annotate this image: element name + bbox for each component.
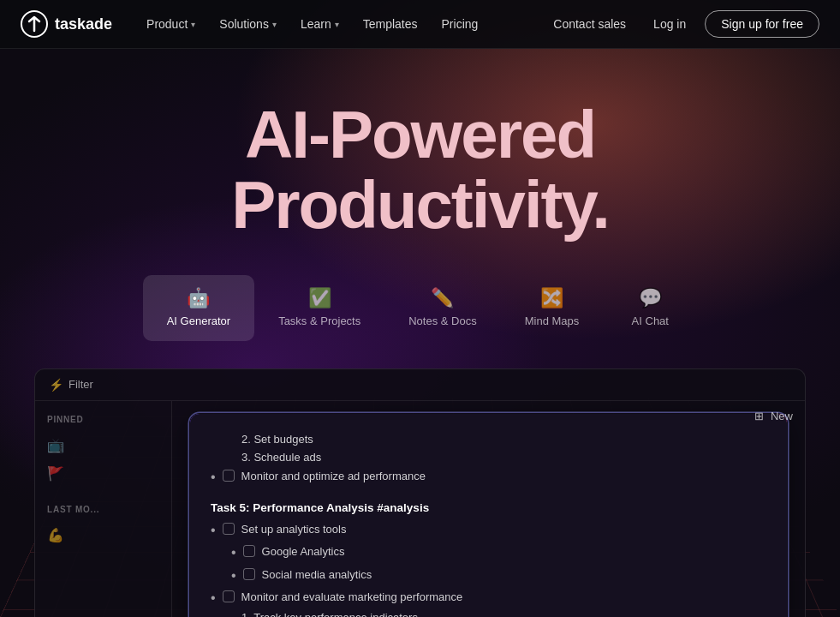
bullet-dot-5: •: [211, 589, 216, 608]
nav-pricing-label: Pricing: [442, 17, 479, 31]
tab-ai-chat[interactable]: 💬 AI Chat: [603, 275, 697, 341]
tab-notes-docs[interactable]: ✏️ Notes & Docs: [384, 275, 500, 341]
mind-maps-icon: 🔀: [540, 289, 563, 308]
sidebar-pinned-label: PINNED: [35, 411, 171, 431]
tasks-projects-icon: ✅: [308, 289, 331, 308]
nav-links: Product ▾ Solutions ▾ Learn ▾ Templates …: [136, 12, 545, 36]
bullet-dot-1: •: [211, 468, 216, 487]
nav-right: Contact sales Log in Sign up for free: [545, 10, 819, 38]
hero-title: AI-Powered Productivity.: [0, 100, 840, 241]
tab-notes-docs-label: Notes & Docs: [408, 314, 476, 327]
nav-learn[interactable]: Learn ▾: [290, 12, 349, 36]
bullet-text-3: Google Analytics: [262, 543, 345, 560]
sidebar-item-flag[interactable]: 🚩: [35, 459, 171, 488]
tab-ai-chat-label: AI Chat: [632, 314, 669, 327]
hero-section: AI-Powered Productivity. 🤖 AI Generator …: [0, 49, 840, 341]
sidebar-item-tv[interactable]: 📺: [35, 431, 171, 459]
tab-mind-maps-label: Mind Maps: [525, 314, 580, 327]
bullet-row-google: • Google Analytics: [211, 542, 766, 564]
hero-title-line2: Productivity.: [231, 167, 609, 243]
bullet-row-monitor-optimize: • Monitor and optimize ad performance: [211, 466, 766, 488]
filter-label: Filter: [69, 378, 93, 391]
numbered-item-3: 1. Track key performance indicators: [211, 609, 766, 617]
nav-product[interactable]: Product ▾: [136, 12, 206, 36]
nav-learn-label: Learn: [301, 17, 331, 31]
content-area: ⚡ Filter PINNED 📺 🚩 LAST MO... 💪: [34, 368, 806, 617]
contact-sales-link[interactable]: Contact sales: [545, 12, 634, 36]
logo-wordmark: taskade: [55, 15, 112, 33]
flag-icon: 🚩: [47, 465, 64, 482]
checkbox-5[interactable]: [223, 590, 235, 602]
bullet-dot-2: •: [211, 521, 216, 540]
new-button-label: New: [771, 410, 793, 422]
new-button-icon: ⊞: [754, 410, 764, 422]
ai-panel: 2. Set budgets 3. Schedule ads • Monitor…: [189, 413, 788, 617]
nav-solutions-chevron: ▾: [272, 20, 277, 29]
bullet-row-social: • Social media analytics: [211, 565, 766, 587]
bullet-text-1: Monitor and optimize ad performance: [241, 468, 426, 485]
content-body: PINNED 📺 🚩 LAST MO... 💪 2. Set budgets: [35, 401, 805, 617]
filter-icon: ⚡: [49, 378, 63, 392]
tab-mind-maps[interactable]: 🔀 Mind Maps: [501, 275, 604, 341]
content-toolbar: ⚡ Filter: [35, 369, 805, 401]
nav-product-label: Product: [146, 17, 188, 31]
page-wrapper: taskade Product ▾ Solutions ▾ Learn ▾ Te…: [0, 0, 840, 617]
sidebar-item-muscle[interactable]: 💪: [35, 521, 171, 549]
tab-tasks-projects-label: Tasks & Projects: [278, 314, 360, 327]
muscle-icon: 💪: [47, 527, 64, 543]
ai-chat-icon: 💬: [639, 289, 662, 308]
nav-solutions-label: Solutions: [219, 17, 269, 31]
checkbox-3[interactable]: [243, 545, 255, 557]
filter-button[interactable]: ⚡ Filter: [49, 378, 93, 392]
bullet-text-5: Monitor and evaluate marketing performan…: [241, 589, 463, 606]
tab-ai-generator-label: AI Generator: [167, 314, 230, 327]
bullet-dot-3: •: [231, 543, 236, 562]
sidebar-lastmo-label: LAST MO...: [35, 501, 171, 521]
new-button[interactable]: ⊞ New: [742, 401, 805, 431]
task-header-5: Task 5: Performance Analysis #analysis: [211, 501, 766, 514]
logo[interactable]: taskade: [21, 10, 112, 38]
checkbox-2[interactable]: [223, 523, 235, 535]
sidebar: PINNED 📺 🚩 LAST MO... 💪: [35, 401, 172, 617]
bullet-row-monitor-eval: • Monitor and evaluate marketing perform…: [211, 587, 766, 609]
nav-learn-chevron: ▾: [335, 20, 339, 29]
bullet-text-2: Set up analytics tools: [241, 521, 347, 538]
navbar: taskade Product ▾ Solutions ▾ Learn ▾ Te…: [0, 0, 840, 49]
tab-tasks-projects[interactable]: ✅ Tasks & Projects: [254, 275, 384, 341]
checkbox-4[interactable]: [243, 568, 255, 580]
signup-button[interactable]: Sign up for free: [705, 10, 819, 38]
nav-templates[interactable]: Templates: [353, 12, 428, 36]
tv-icon: 📺: [47, 437, 64, 453]
bullet-row-analytics: • Set up analytics tools: [211, 519, 766, 542]
notes-docs-icon: ✏️: [431, 289, 454, 308]
bullet-dot-4: •: [231, 566, 236, 585]
nav-pricing[interactable]: Pricing: [432, 12, 489, 36]
bullet-text-4: Social media analytics: [262, 566, 372, 584]
ai-generator-icon: 🤖: [187, 289, 210, 308]
numbered-item-1: 2. Set budgets: [211, 431, 766, 449]
numbered-item-2: 3. Schedule ads: [211, 449, 766, 467]
hero-tabs: 🤖 AI Generator ✅ Tasks & Projects ✏️ Not…: [0, 275, 840, 341]
checkbox-1[interactable]: [223, 470, 235, 482]
nav-templates-label: Templates: [363, 17, 418, 31]
login-link[interactable]: Log in: [645, 12, 694, 36]
main-content: 2. Set budgets 3. Schedule ads • Monitor…: [172, 401, 805, 617]
logo-icon: [21, 10, 48, 38]
hero-title-line1: AI-Powered: [245, 97, 595, 172]
nav-product-chevron: ▾: [191, 20, 195, 29]
nav-solutions[interactable]: Solutions ▾: [209, 12, 287, 36]
tab-ai-generator[interactable]: 🤖 AI Generator: [143, 275, 254, 341]
ai-panel-inner: 2. Set budgets 3. Schedule ads • Monitor…: [211, 431, 766, 617]
